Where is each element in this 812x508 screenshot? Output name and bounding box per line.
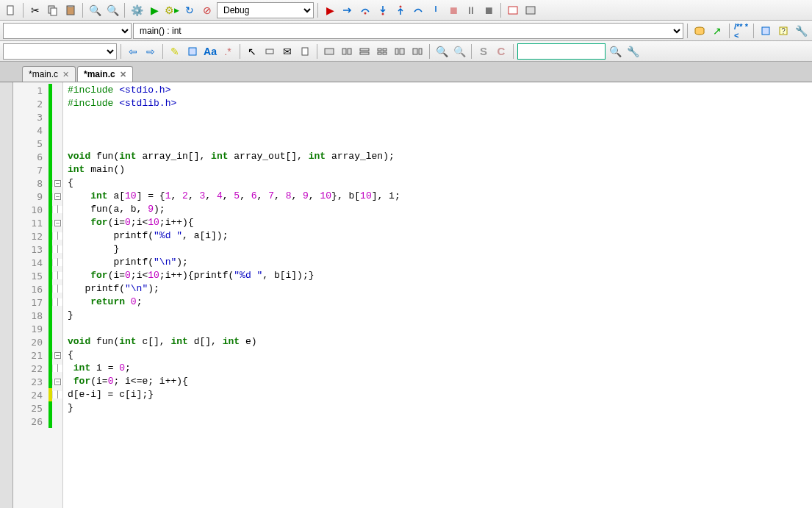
layout6-button[interactable] <box>409 43 425 60</box>
nav-history-combo[interactable] <box>3 43 117 60</box>
fold-marker[interactable]: − <box>52 193 62 200</box>
run-to-cursor-button[interactable] <box>339 2 356 18</box>
search-go-button[interactable]: 🔍 <box>607 43 623 60</box>
code-view[interactable]: #include <stdio.h>#include <stdlib.h>voi… <box>63 82 400 508</box>
code-line[interactable]: } <box>68 401 400 415</box>
editor-tab[interactable]: *main.c✕ <box>77 66 133 82</box>
toolbar-scope: main() : int ↗ /** *< ? 🔧 <box>0 21 812 41</box>
step-over-button[interactable] <box>357 2 373 18</box>
rebuild-button[interactable]: ↻ <box>182 2 198 18</box>
new-file-button[interactable] <box>3 2 19 18</box>
step-out-button[interactable] <box>392 2 409 18</box>
disk-button[interactable] <box>691 23 708 39</box>
info-button[interactable] <box>522 2 539 18</box>
scope-combo-left[interactable] <box>3 23 132 39</box>
gutter-row: 8− <box>13 176 62 190</box>
back-button[interactable]: ⇦ <box>125 43 141 60</box>
fold-marker[interactable]: − <box>52 220 62 226</box>
code-line[interactable]: void fun(int array_in[], int array_out[]… <box>68 150 400 163</box>
pause-button[interactable]: ⏸ <box>463 2 479 18</box>
zoom-out-button[interactable]: 🔍 <box>451 43 467 60</box>
code-line[interactable]: int i = 0; <box>68 362 400 375</box>
layout5-button[interactable] <box>392 43 408 60</box>
code-line[interactable]: { <box>68 176 400 190</box>
code-line[interactable]: #include <stdio.h> <box>68 84 400 97</box>
line-number: 15 <box>13 271 48 282</box>
svg-rect-27 <box>400 49 404 54</box>
layout3-button[interactable] <box>356 43 373 60</box>
code-line[interactable]: } <box>68 243 400 256</box>
code-line[interactable]: int main() <box>68 163 400 176</box>
source-button[interactable]: S <box>475 43 492 60</box>
code-line[interactable]: for(i=0; i<=e; i++){ <box>68 375 400 388</box>
code-line[interactable] <box>68 110 400 124</box>
code-line[interactable]: { <box>68 348 400 362</box>
code-line[interactable]: #include <stdlib.h> <box>68 97 400 110</box>
next-instruction-button[interactable] <box>410 2 426 18</box>
code-line[interactable]: for(i=0;i<10;i++){printf("%d ", b[i]);} <box>68 269 400 282</box>
pointer-button[interactable]: ↖ <box>244 43 260 60</box>
help-button[interactable]: ? <box>775 23 791 39</box>
code-line[interactable] <box>68 124 400 137</box>
layout2-button[interactable] <box>339 43 355 60</box>
forward-button[interactable]: ⇨ <box>143 43 159 60</box>
mail-button[interactable]: ✉ <box>279 43 295 60</box>
search-settings-button[interactable]: 🔧 <box>625 43 641 60</box>
debug-run-button[interactable]: ▶ <box>322 2 338 18</box>
code-line[interactable]: d[e-i] = c[i];} <box>68 388 400 401</box>
scope-combo-function[interactable]: main() : int <box>133 23 683 39</box>
line-number: 17 <box>13 297 48 308</box>
break-button[interactable]: ⏹ <box>445 2 461 18</box>
select-all-button[interactable] <box>184 43 201 60</box>
cut-button[interactable]: ✂ <box>27 2 43 18</box>
paste-button[interactable] <box>62 2 79 18</box>
build-run-button[interactable]: ⚙▶ <box>164 2 180 18</box>
code-line[interactable]: printf("\n"); <box>68 282 400 296</box>
step-into-instruction-button[interactable] <box>428 2 444 18</box>
highlight-button[interactable]: ✎ <box>167 43 183 60</box>
stop-build-button[interactable]: ⊘ <box>199 2 215 18</box>
close-icon[interactable]: ✕ <box>120 70 126 79</box>
rect-button[interactable] <box>262 43 278 60</box>
code-line[interactable] <box>68 322 400 335</box>
code-line[interactable] <box>68 415 400 428</box>
search-input[interactable] <box>517 43 606 60</box>
comment-button[interactable]: /** *< <box>733 23 750 39</box>
gutter-row: 11− <box>13 216 62 229</box>
close-icon[interactable]: ✕ <box>62 70 69 79</box>
svg-rect-9 <box>526 7 535 14</box>
c-mode-button[interactable]: C <box>493 43 509 60</box>
wrench-button[interactable]: 🔧 <box>793 23 809 39</box>
build-target-combo[interactable]: Debug <box>217 2 314 18</box>
zoom-in-button[interactable]: 🔍 <box>434 43 450 60</box>
step-into-button[interactable] <box>375 2 391 18</box>
layout1-button[interactable] <box>321 43 337 60</box>
editor-tab[interactable]: *main.c✕ <box>22 66 76 82</box>
code-line[interactable]: fun(a, b, 9); <box>68 203 400 216</box>
code-line[interactable]: int a[10] = {1, 2, 3, 4, 5, 6, 7, 8, 9, … <box>68 190 400 203</box>
jump-button[interactable]: ↗ <box>709 23 725 39</box>
copy-button[interactable] <box>45 2 61 18</box>
fold-marker[interactable]: − <box>52 352 62 359</box>
code-line[interactable]: void fun(int c[], int d[], int e) <box>68 335 400 348</box>
gutter-row: 4 <box>13 124 62 137</box>
layout4-button[interactable] <box>374 43 390 60</box>
match-case-button[interactable]: Aa <box>202 43 218 60</box>
code-line[interactable]: printf("%d ", a[i]); <box>68 229 400 243</box>
find-button[interactable]: 🔍 <box>87 2 103 18</box>
regex-button[interactable]: .* <box>220 43 236 60</box>
fold-marker[interactable]: − <box>52 379 62 385</box>
build-settings-button[interactable]: ⚙️ <box>129 2 145 18</box>
bookmark-button[interactable] <box>758 23 774 39</box>
run-button[interactable]: ▶ <box>146 2 162 18</box>
debug-windows-button[interactable] <box>505 2 521 18</box>
stop-debug-button[interactable]: ⏹ <box>481 2 497 18</box>
code-line[interactable]: } <box>68 309 400 322</box>
fold-marker[interactable]: − <box>52 180 62 187</box>
replace-button[interactable]: 🔍 <box>104 2 121 18</box>
code-line[interactable]: printf("\n"); <box>68 256 400 269</box>
code-line[interactable]: for(i=0;i<10;i++){ <box>68 216 400 229</box>
code-line[interactable] <box>68 137 400 150</box>
clipboard-button[interactable] <box>297 43 313 60</box>
code-line[interactable]: return 0; <box>68 296 400 309</box>
